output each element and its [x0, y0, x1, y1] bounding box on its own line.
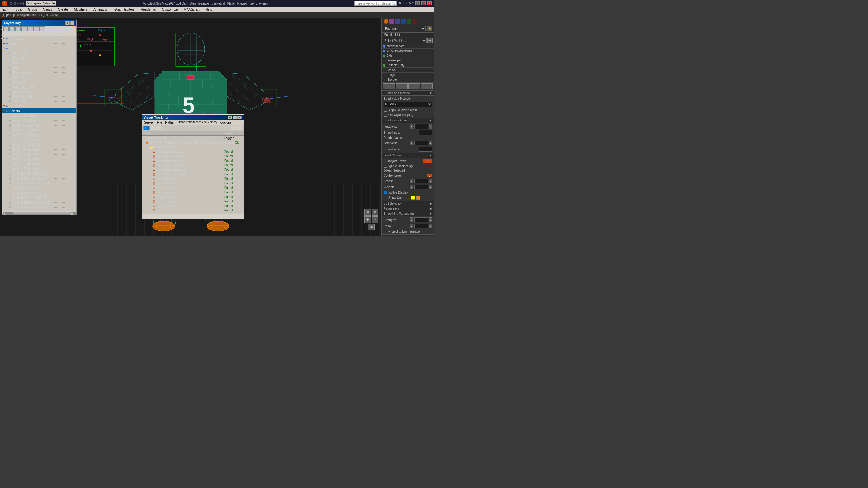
at-list-row[interactable]: 🖼 Boy_clothes_displace.png Found	[142, 154, 244, 158]
lp-btn-check[interactable]: ✓	[9, 26, 15, 31]
at-list-row[interactable]: 🖼 Boy_Scatter_radius.png Found	[142, 208, 244, 211]
at-list-row[interactable]: 🖼 Boy_diffuse.png Found	[142, 181, 244, 186]
object-name-dropdown[interactable]: Boy_cloth	[384, 26, 426, 31]
layer-row[interactable]: ◇ Boy_cloth — —	[2, 75, 76, 79]
layer-row[interactable]: ◇ body_BFMGlp_TONGUE_3 — —	[2, 195, 76, 200]
relax-down[interactable]: ▼	[410, 224, 413, 228]
old-style-checkbox[interactable]	[384, 113, 387, 117]
method-dropdown[interactable]: NURMS	[384, 101, 432, 107]
layer-row[interactable]: ▼ ◆ Controllers — —	[2, 104, 76, 108]
scrollbar-left-arrow[interactable]: ◀	[3, 212, 7, 214]
maximize-button[interactable]: □	[421, 1, 426, 5]
layer-row[interactable]: ◇ Bip01 R Finger3Nub — —	[2, 128, 76, 133]
relax-up[interactable]: ▲	[429, 224, 432, 228]
at-btn-check[interactable]: ✓	[156, 126, 161, 130]
layer-row[interactable]: ◇ Bip01 L Finger0Nub — —	[2, 166, 76, 171]
at-btn-settings[interactable]: ⚙	[231, 126, 236, 130]
weight-input[interactable]: 1.0	[414, 185, 428, 190]
subdivision-amount-header[interactable]: Subdivision Amount ▼	[382, 118, 434, 123]
layer-row[interactable]: ◇ Boy_eyes_shell — —	[2, 84, 76, 89]
lp-btn-delete[interactable]: ✕	[3, 26, 9, 31]
at-list-row[interactable]: 📁 Maps / Shaders	[142, 145, 244, 150]
render-itr-down[interactable]: ▼	[410, 141, 413, 145]
at-menu-options[interactable]: Options	[220, 121, 232, 124]
zoom-btn[interactable]: ⊕	[368, 224, 375, 230]
layer-row[interactable]: ◇ Boy_tongue — —	[2, 51, 76, 56]
at-list-row[interactable]: 🖼 Boy_clothes_glossiness.png Found	[142, 163, 244, 167]
layer-row[interactable]: ▼ ◆ Helpers	[2, 108, 76, 113]
lp-btn-add[interactable]: +	[16, 26, 21, 31]
layer-row[interactable]: ◇ Bip01 R Finger2Nub — —	[2, 133, 76, 137]
menu-maxscript[interactable]: MAXScript	[183, 7, 201, 11]
viewport-nav-controls[interactable]: ⊡ ⊞ ✥ ↺ ⊕	[364, 209, 378, 230]
at-scrollbar[interactable]	[142, 211, 244, 214]
menu-views[interactable]: Views	[42, 7, 53, 11]
render-iterations-input[interactable]: 2	[414, 141, 428, 145]
layer-row[interactable]: ◇ Bip01 L Finger3Nub — —	[2, 152, 76, 157]
layer-row[interactable]: ▼ ◆ Boy ✓	[2, 46, 76, 51]
smoothness-input[interactable]: 1.0	[418, 130, 432, 135]
layer-row[interactable]: ◇ body_BFBp_TONGUE_3 — —	[2, 190, 76, 195]
lp-btn-move-obj[interactable]: ⬇	[22, 26, 27, 31]
modifier-arrow-btn[interactable]: ▼	[427, 38, 433, 43]
weight-up[interactable]: ▲	[429, 185, 432, 190]
at-list-row[interactable]: 🖼 Boy_refraction.png Found	[142, 204, 244, 208]
crease-up[interactable]: ▲	[429, 178, 432, 184]
layer-row[interactable]: ◇ Boy_Jaw_top — —	[2, 89, 76, 94]
at-close-btn[interactable]: ✕	[238, 116, 242, 119]
at-menu-file[interactable]: File	[157, 121, 162, 124]
cage-color-swatch-2[interactable]	[416, 195, 421, 200]
modifier-vray[interactable]: VRayDisplacementM...	[382, 49, 434, 53]
at-list-row[interactable]: 🖼 Boy_normal.png Found	[142, 195, 244, 199]
layer-row[interactable]: ◇ Bip01 R Finger0Nub — —	[2, 142, 76, 147]
layer-row[interactable]: ◇ Boy_Jaw_bottom — —	[2, 94, 76, 99]
surface-params-header[interactable]: Surface Parameters ▼	[382, 234, 434, 236]
lock-btn[interactable]: 🔒	[427, 26, 432, 31]
menu-edit[interactable]: Edit	[1, 7, 9, 11]
layer-row[interactable]: ◇ Boy_sneakers — —	[2, 70, 76, 75]
minimize-button[interactable]: −	[415, 1, 420, 5]
layer-row[interactable]: ◇ body_BFMGlp_TONGUE_2 — —	[2, 210, 76, 211]
at-list-row[interactable]: Dark_Skin_Teenager_Basketball_Player_Rig…	[142, 140, 244, 145]
nav-next-btn[interactable]: →	[396, 84, 408, 90]
modifier-vertex[interactable]: Vertex	[382, 68, 434, 73]
render-itr-up[interactable]: ▲	[429, 141, 432, 145]
menu-modifiers[interactable]: Modifiers	[73, 7, 89, 11]
weight-down[interactable]: ▼	[410, 185, 413, 190]
apply-whole-mesh-checkbox[interactable]	[384, 108, 387, 112]
lp-btn-sort[interactable]: ≡	[39, 26, 45, 31]
proj-limit-checkbox[interactable]	[384, 230, 387, 233]
modifier-meshsmooth[interactable]: MeshSmooth	[382, 44, 434, 49]
layer-row[interactable]: ◇ body_BFFCP_TONGUE_04 — —	[2, 171, 76, 176]
render-smoothness-input[interactable]: 10	[418, 147, 432, 152]
at-minimize-btn[interactable]: −	[228, 116, 232, 119]
layer-row[interactable]: ◇ Boy_eyes — —	[2, 99, 76, 104]
strength-down[interactable]: ▼	[410, 218, 413, 222]
menu-help[interactable]: Help	[204, 7, 214, 11]
show-cage-checkbox[interactable]	[384, 196, 387, 199]
local-control-header[interactable]: Local Control ▼	[382, 153, 434, 158]
menu-customize[interactable]: Customize	[161, 7, 179, 11]
at-menu-bitmap-perf[interactable]: Bitmap Performance and Memory	[177, 121, 217, 124]
smoothing-params-header[interactable]: Smoothing Parameters ▼	[382, 211, 434, 216]
nav-up-btn[interactable]: ↑	[408, 84, 421, 90]
iterations-down-arrow[interactable]: ▼	[410, 124, 413, 129]
menu-group[interactable]: Group	[27, 7, 38, 11]
search-box[interactable]: 🔍	[354, 1, 397, 6]
menu-create[interactable]: Create	[57, 7, 69, 11]
at-btn-vault[interactable]: □	[144, 126, 149, 130]
menu-animation[interactable]: Animation	[92, 7, 110, 11]
close-button[interactable]: ✕	[427, 1, 432, 5]
layer-row[interactable]: ◇ Ball — —	[2, 65, 76, 70]
zoom-all-btn[interactable]: ⊞	[372, 209, 378, 216]
layer-row[interactable]: ◇ Boy_leash — —	[2, 56, 76, 60]
layer-row[interactable]: ◇ Bip01 L Toe0Nub — —	[2, 118, 76, 123]
workspace-dropdown[interactable]: Workspace: Default	[26, 1, 56, 6]
search-input[interactable]	[356, 2, 392, 5]
modifier-select[interactable]: Select Modifier...	[383, 38, 427, 43]
layer-row[interactable]: ◇ Bip01 R Finger1Nub — —	[2, 137, 76, 142]
modifier-list-dropdown[interactable]: Select Modifier... ▼	[382, 37, 434, 44]
modifier-border[interactable]: Border	[382, 77, 434, 82]
layer-row[interactable]: ◇ Boy_hair — —	[2, 79, 76, 84]
at-list-row[interactable]: 🖼 Boy_opacity.png Found	[142, 199, 244, 204]
